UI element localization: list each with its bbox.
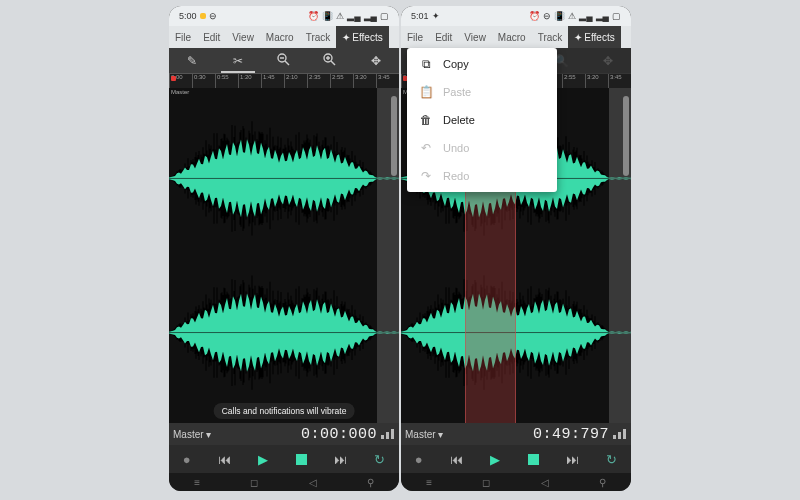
vibrate-icon: 📳 — [554, 11, 565, 21]
loop-button[interactable]: ↻ — [606, 452, 617, 467]
camera-indicator-icon — [200, 13, 206, 19]
status-bar: 5:00 ⊖ ⏰ 📳 ⚠ ▂▄ ▂▄ ▢ — [169, 6, 399, 26]
dnd-icon: ⊖ — [543, 11, 551, 21]
signal-icon: ▂▄ — [347, 11, 360, 21]
delete-icon: 🗑 — [419, 113, 433, 127]
menu-edit[interactable]: Edit — [197, 26, 226, 48]
svg-line-1 — [285, 61, 289, 65]
menu-macro[interactable]: Macro — [260, 26, 300, 48]
ruler-tick: 3:45 — [376, 74, 399, 88]
stop-button[interactable] — [296, 454, 307, 465]
timecode: 0:00:000 — [301, 426, 377, 443]
status-time: 5:01 — [411, 11, 429, 21]
levels-icon[interactable] — [381, 429, 395, 439]
battery-icon: ▢ — [380, 11, 389, 21]
waveform-svg — [169, 88, 399, 423]
nav-accessibility-button[interactable]: ⚲ — [599, 477, 606, 488]
dnd-icon: ⊖ — [209, 11, 217, 21]
menu-effects[interactable]: ✦Effects — [568, 26, 620, 48]
menu-macro[interactable]: Macro — [492, 26, 532, 48]
context-menu-paste[interactable]: 📋Paste — [407, 78, 557, 106]
menu-track[interactable]: Track — [300, 26, 337, 48]
battery-icon: ▢ — [612, 11, 621, 21]
screenshot-right: 5:01 ✦ ⏰ ⊖ 📳 ⚠ ▂▄ ▂▄ ▢ File Edit View Ma… — [401, 6, 631, 491]
menu-track[interactable]: Track — [532, 26, 569, 48]
wifi-icon: ⚠ — [336, 11, 344, 21]
scrollbar-thumb[interactable] — [391, 96, 397, 176]
nav-home-button[interactable]: ◻ — [482, 477, 490, 488]
waveform-area[interactable]: Master Calls and notifications will vibr… — [169, 88, 399, 423]
record-button[interactable]: ● — [415, 452, 423, 467]
menu-effects[interactable]: ✦Effects — [336, 26, 388, 48]
menu-file[interactable]: File — [401, 26, 429, 48]
zoom-in-icon[interactable] — [309, 52, 350, 69]
android-nav-bar: ≡ ◻ ◁ ⚲ — [401, 473, 631, 491]
play-button[interactable]: ▶ — [490, 452, 500, 467]
master-dropdown[interactable]: Master ▾ — [405, 429, 443, 440]
nav-menu-button[interactable]: ≡ — [426, 477, 432, 488]
signal-icon: ▂▄ — [596, 11, 609, 21]
signal-icon: ▂▄ — [364, 11, 377, 21]
ruler-tick: 2:35 — [307, 74, 330, 88]
scrollbar-thumb[interactable] — [623, 96, 629, 176]
skip-back-button[interactable]: ⏮ — [218, 452, 231, 467]
record-indicator-icon — [171, 76, 176, 81]
skip-back-button[interactable]: ⏮ — [450, 452, 463, 467]
context-menu-undo[interactable]: ↶Undo — [407, 134, 557, 162]
context-menu: ⧉Copy 📋Paste 🗑Delete ↶Undo ↷Redo — [407, 48, 557, 192]
tool-row: ✎ ✂ ✥ — [169, 48, 399, 74]
nav-back-button[interactable]: ◁ — [541, 477, 549, 488]
ruler-tick: 0:55 — [215, 74, 238, 88]
nav-back-button[interactable]: ◁ — [309, 477, 317, 488]
menu-edit[interactable]: Edit — [429, 26, 458, 48]
zoom-out-icon[interactable] — [263, 52, 304, 69]
context-menu-redo[interactable]: ↷Redo — [407, 162, 557, 190]
move-tool-icon[interactable]: ✥ — [587, 54, 628, 68]
svg-line-4 — [331, 61, 335, 65]
transport-bar: ● ⏮ ▶ ⏭ ↻ — [169, 445, 399, 473]
menu-bar: File Edit View Macro Track ✦Effects — [169, 26, 399, 48]
screenshot-left: 5:00 ⊖ ⏰ 📳 ⚠ ▂▄ ▂▄ ▢ File Edit View Macr… — [169, 6, 399, 491]
ruler-tick: 3:20 — [585, 74, 608, 88]
loop-button[interactable]: ↻ — [374, 452, 385, 467]
record-button[interactable]: ● — [183, 452, 191, 467]
context-menu-delete[interactable]: 🗑Delete — [407, 106, 557, 134]
draw-tool-icon[interactable]: ✎ — [171, 54, 212, 68]
paste-icon: 📋 — [419, 85, 433, 99]
menu-file[interactable]: File — [169, 26, 197, 48]
nav-home-button[interactable]: ◻ — [250, 477, 258, 488]
menu-view[interactable]: View — [458, 26, 492, 48]
copy-icon: ⧉ — [419, 57, 433, 71]
status-time: 5:00 — [179, 11, 197, 21]
ruler-tick: 2:55 — [562, 74, 585, 88]
skip-forward-button[interactable]: ⏭ — [334, 452, 347, 467]
master-row: Master ▾ 0:00:000 — [169, 423, 399, 445]
wand-icon: ✦ — [342, 32, 350, 43]
vibrate-icon: 📳 — [322, 11, 333, 21]
wifi-icon: ⚠ — [568, 11, 576, 21]
play-button[interactable]: ▶ — [258, 452, 268, 467]
ruler-tick: 0:30 — [192, 74, 215, 88]
skip-forward-button[interactable]: ⏭ — [566, 452, 579, 467]
crop-tool-icon[interactable]: ✂ — [217, 54, 258, 68]
stop-button[interactable] — [528, 454, 539, 465]
nav-menu-button[interactable]: ≡ — [194, 477, 200, 488]
timecode: 0:49:797 — [533, 426, 609, 443]
redo-icon: ↷ — [419, 169, 433, 183]
ruler-tick: 3:20 — [353, 74, 376, 88]
alarm-icon: ⏰ — [529, 11, 540, 21]
wand-icon: ✦ — [574, 32, 582, 43]
ruler-tick: 3:45 — [608, 74, 631, 88]
move-tool-icon[interactable]: ✥ — [355, 54, 396, 68]
ruler-tick: 1:45 — [261, 74, 284, 88]
timeline-ruler[interactable]: 0:00 0:30 0:55 1:20 1:45 2:10 2:35 2:55 … — [169, 74, 399, 88]
ruler-tick: 2:10 — [284, 74, 307, 88]
context-menu-copy[interactable]: ⧉Copy — [407, 50, 557, 78]
nav-accessibility-button[interactable]: ⚲ — [367, 477, 374, 488]
undo-icon: ↶ — [419, 141, 433, 155]
menu-view[interactable]: View — [226, 26, 260, 48]
status-bar: 5:01 ✦ ⏰ ⊖ 📳 ⚠ ▂▄ ▂▄ ▢ — [401, 6, 631, 26]
ruler-tick: 2:55 — [330, 74, 353, 88]
master-dropdown[interactable]: Master ▾ — [173, 429, 211, 440]
levels-icon[interactable] — [613, 429, 627, 439]
